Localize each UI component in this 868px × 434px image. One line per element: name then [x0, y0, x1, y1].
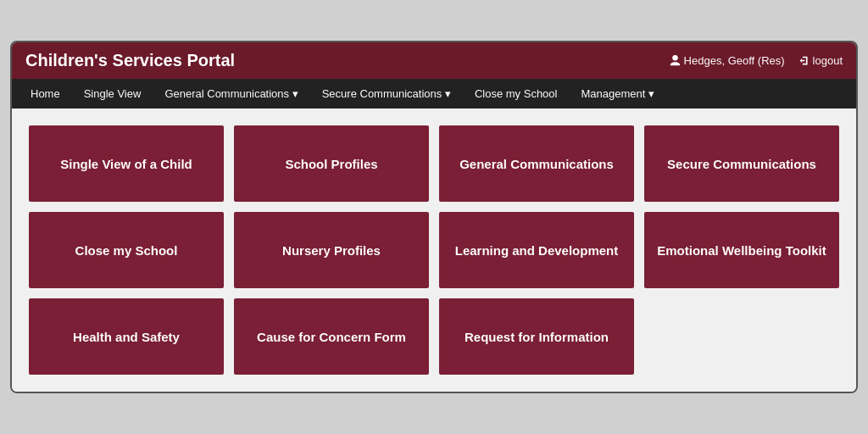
- tile-empty: [644, 298, 839, 375]
- main-content: Single View of a Child School Profiles G…: [12, 108, 856, 392]
- portal-title: Children's Services Portal: [25, 51, 235, 70]
- tile-nursery-profiles[interactable]: Nursery Profiles: [234, 212, 429, 288]
- tiles-row2: Close my School Nursery Profiles Learnin…: [29, 212, 839, 288]
- header-right: Hedges, Geoff (Res) logout: [670, 54, 843, 67]
- nav-securecomms[interactable]: Secure Communications ▾: [310, 79, 463, 108]
- tile-cause-concern[interactable]: Cause for Concern Form: [234, 298, 429, 375]
- tile-health-safety[interactable]: Health and Safety: [29, 298, 224, 375]
- tile-general-comms[interactable]: General Communications: [439, 125, 634, 202]
- logout-label: logout: [813, 54, 843, 67]
- tile-emotional-wellbeing[interactable]: Emotional Wellbeing Toolkit: [644, 212, 839, 288]
- user-info[interactable]: Hedges, Geoff (Res): [670, 54, 785, 67]
- tile-close-school[interactable]: Close my School: [29, 212, 224, 288]
- nav-management[interactable]: Management ▾: [569, 79, 666, 108]
- nav-generalcomms[interactable]: General Communications ▾: [153, 79, 309, 108]
- tile-secure-comms[interactable]: Secure Communications: [644, 125, 839, 202]
- tile-school-profiles[interactable]: School Profiles: [234, 125, 429, 202]
- header: Children's Services Portal Hedges, Geoff…: [12, 42, 856, 79]
- nav-singleview[interactable]: Single View: [72, 79, 153, 108]
- user-icon: [670, 55, 681, 66]
- logout-button[interactable]: logout: [798, 54, 843, 67]
- tile-request-info[interactable]: Request for Information: [439, 298, 634, 375]
- portal-wrapper: Children's Services Portal Hedges, Geoff…: [10, 41, 858, 393]
- user-name: Hedges, Geoff (Res): [684, 54, 785, 67]
- tile-learning-dev[interactable]: Learning and Development: [439, 212, 634, 288]
- tiles-row1: Single View of a Child School Profiles G…: [29, 125, 839, 202]
- nav-home[interactable]: Home: [19, 79, 72, 108]
- tiles-row3: Health and Safety Cause for Concern Form…: [29, 298, 839, 375]
- navbar: Home Single View General Communications …: [12, 79, 856, 108]
- logout-icon: [798, 55, 810, 66]
- nav-closemyschool[interactable]: Close my School: [463, 79, 570, 108]
- tile-single-view[interactable]: Single View of a Child: [29, 125, 224, 202]
